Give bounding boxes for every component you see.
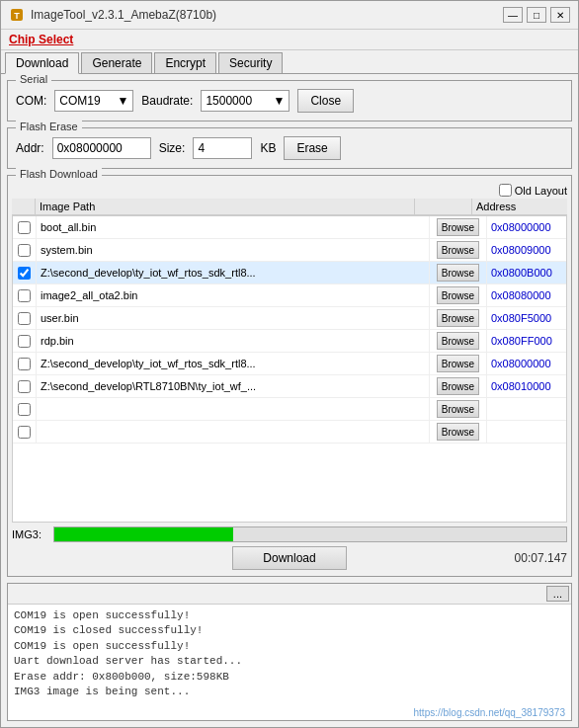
row-checkbox-cell[interactable]: [13, 239, 37, 261]
flash-erase-title: Flash Erase: [16, 121, 82, 132]
minimize-button[interactable]: —: [503, 7, 523, 23]
row-browse-cell[interactable]: Browse: [430, 307, 487, 329]
size-unit: KB: [260, 141, 276, 155]
chip-select-menu[interactable]: Chip Select: [5, 32, 77, 47]
row-checkbox-cell[interactable]: [13, 330, 37, 352]
row-checkbox-cell[interactable]: [13, 262, 37, 283]
row-checkbox-5[interactable]: [18, 335, 31, 348]
row-image-path: [37, 398, 430, 420]
log-area: ... COM19 is open successfully! COM19 is…: [7, 583, 572, 721]
browse-button-8[interactable]: Browse: [437, 400, 479, 418]
serial-row: COM: COM19 ▼ Baudrate: 1500000 ▼ Close: [16, 89, 563, 113]
table-row: Z:\second_develop\ty_iot_wf_rtos_sdk_rtl…: [13, 353, 566, 375]
flash-erase-row: Addr: Size: KB Erase: [16, 136, 563, 160]
row-checkbox-cell[interactable]: [13, 307, 37, 329]
row-address: [487, 421, 566, 443]
download-button[interactable]: Download: [232, 546, 346, 570]
browse-button-2[interactable]: Browse: [437, 264, 479, 282]
tab-download[interactable]: Download: [5, 52, 79, 74]
row-address: 0x08080000: [487, 284, 566, 306]
row-checkbox-1[interactable]: [18, 244, 31, 257]
row-checkbox-cell[interactable]: [13, 398, 37, 420]
title-bar: T ImageTool_v2.3.1_AmebaZ(8710b) — □ ✕: [1, 1, 578, 30]
com-label: COM:: [16, 94, 46, 108]
table-row: rdp.bin Browse 0x080FF000: [13, 330, 566, 353]
browse-button-6[interactable]: Browse: [437, 355, 479, 372]
row-checkbox-9[interactable]: [18, 426, 31, 439]
close-button[interactable]: ✕: [550, 7, 570, 23]
baud-select[interactable]: 1500000 ▼: [201, 90, 290, 112]
tab-encrypt[interactable]: Encrypt: [154, 52, 216, 73]
row-browse-cell[interactable]: Browse: [430, 284, 487, 306]
row-checkbox-cell[interactable]: [13, 353, 37, 374]
main-window: T ImageTool_v2.3.1_AmebaZ(8710b) — □ ✕ C…: [0, 0, 579, 728]
row-address: [487, 398, 566, 420]
row-image-path: Z:\second_develop\ty_iot_wf_rtos_sdk_rtl…: [37, 353, 430, 374]
row-checkbox-7[interactable]: [18, 380, 31, 393]
close-serial-button[interactable]: Close: [297, 89, 354, 113]
browse-button-4[interactable]: Browse: [437, 309, 479, 327]
row-browse-cell[interactable]: Browse: [430, 216, 487, 238]
dropdown-arrow-icon: ▼: [117, 94, 128, 108]
download-row: Download 00:07.147: [12, 546, 567, 570]
row-browse-cell[interactable]: Browse: [430, 398, 487, 420]
browse-button-0[interactable]: Browse: [437, 218, 479, 236]
row-image-path: Z:\second_develop\RTL8710BN\ty_iot_wf_..…: [37, 375, 430, 397]
row-browse-cell[interactable]: Browse: [430, 330, 487, 352]
tab-security[interactable]: Security: [218, 52, 283, 73]
table-body: boot_all.bin Browse 0x08000000 system.bi…: [12, 215, 567, 523]
dropdown-arrow-icon: ▼: [274, 94, 286, 108]
browse-button-5[interactable]: Browse: [437, 332, 479, 350]
row-checkbox-cell[interactable]: [13, 375, 37, 397]
time-display: 00:07.147: [515, 551, 567, 565]
row-checkbox-8[interactable]: [18, 403, 31, 416]
com-select[interactable]: COM19 ▼: [54, 90, 133, 112]
row-image-path: rdp.bin: [37, 330, 430, 352]
row-checkbox-cell[interactable]: [13, 284, 37, 306]
log-menu-button[interactable]: ...: [546, 586, 569, 602]
addr-input[interactable]: [52, 137, 151, 159]
watermark: https://blog.csdn.net/qq_38179373: [414, 707, 565, 718]
browse-button-7[interactable]: Browse: [437, 377, 479, 395]
row-browse-cell[interactable]: Browse: [430, 353, 487, 374]
table-row: Z:\second_develop\ty_iot_wf_rtos_sdk_rtl…: [13, 262, 566, 284]
window-title: ImageTool_v2.3.1_AmebaZ(8710b): [31, 8, 216, 22]
table-row: boot_all.bin Browse 0x08000000: [13, 216, 566, 239]
browse-button-3[interactable]: Browse: [437, 286, 479, 304]
th-address: Address: [472, 199, 551, 214]
row-checkbox-2[interactable]: [18, 267, 31, 280]
table-row: Browse: [13, 421, 566, 444]
row-checkbox-3[interactable]: [18, 289, 31, 302]
old-layout-checkbox[interactable]: [499, 184, 512, 197]
serial-group: Serial COM: COM19 ▼ Baudrate: 1500000 ▼ …: [7, 80, 572, 121]
log-toolbar: ...: [8, 584, 571, 605]
row-browse-cell[interactable]: Browse: [430, 239, 487, 261]
row-checkbox-cell[interactable]: [13, 216, 37, 238]
th-browse: [415, 199, 472, 214]
row-image-path: [37, 421, 430, 443]
tab-generate[interactable]: Generate: [81, 52, 152, 73]
row-checkbox-cell[interactable]: [13, 421, 37, 443]
erase-button[interactable]: Erase: [284, 136, 340, 160]
title-controls: — □ ✕: [503, 7, 570, 23]
browse-button-9[interactable]: Browse: [437, 423, 479, 441]
row-address: 0x080FF000: [487, 330, 566, 352]
row-browse-cell[interactable]: Browse: [430, 421, 487, 443]
row-address: 0x080F5000: [487, 307, 566, 329]
browse-button-1[interactable]: Browse: [437, 241, 479, 259]
row-address: 0x08010000: [487, 375, 566, 397]
old-layout-label[interactable]: Old Layout: [499, 184, 567, 197]
row-checkbox-0[interactable]: [18, 221, 31, 234]
main-content: Serial COM: COM19 ▼ Baudrate: 1500000 ▼ …: [1, 74, 578, 727]
row-checkbox-4[interactable]: [18, 312, 31, 325]
table-row: Z:\second_develop\RTL8710BN\ty_iot_wf_..…: [13, 375, 566, 398]
row-address: 0x0800B000: [487, 262, 566, 283]
row-browse-cell[interactable]: Browse: [430, 262, 487, 283]
progress-bar-fill: [54, 527, 233, 541]
serial-group-title: Serial: [16, 74, 51, 85]
maximize-button[interactable]: □: [527, 7, 546, 23]
row-checkbox-6[interactable]: [18, 358, 31, 370]
row-browse-cell[interactable]: Browse: [430, 375, 487, 397]
flash-download-group: Flash Download Old Layout Image Path Add…: [7, 175, 572, 577]
size-input[interactable]: [193, 137, 252, 159]
